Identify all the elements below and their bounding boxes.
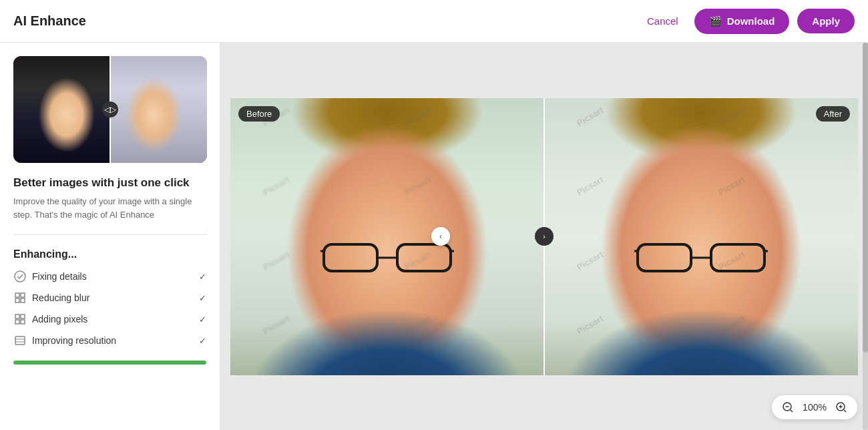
adding-pixels-check: ✓: [199, 314, 206, 325]
blur-overlay: [230, 98, 544, 375]
watermark: Picsart: [575, 105, 605, 128]
face-left-decoration: [13, 56, 110, 163]
enhance-item-left: Adding pixels: [13, 312, 87, 326]
zoom-out-icon: [782, 401, 794, 413]
sidebar-description: Improve the quality of your image with a…: [13, 195, 206, 221]
scrollbar[interactable]: [863, 43, 868, 430]
download-button[interactable]: 🎬 Download: [694, 9, 790, 34]
preview-right-after: [110, 56, 207, 163]
grid-icon: [13, 291, 27, 304]
enhance-item-fixing-details: Fixing details ✓: [13, 270, 206, 283]
preview-left-before: [13, 56, 110, 163]
face-right-decoration: [110, 56, 207, 163]
compare-image-container: Picsart Picsart Picsart Picsart Picsart …: [230, 98, 858, 375]
svg-rect-4: [21, 298, 25, 302]
before-label: Before: [238, 106, 280, 122]
download-icon: 🎬: [709, 15, 722, 27]
zoom-out-button[interactable]: [780, 399, 796, 415]
svg-rect-1: [15, 293, 19, 297]
enhancing-title: Enhancing...: [13, 248, 206, 260]
sidebar: ◁▷ Better images with just one click Imp…: [0, 43, 220, 430]
resolution-icon: [13, 334, 27, 347]
scrollbar-thumb[interactable]: [863, 43, 868, 353]
cancel-button[interactable]: Cancel: [639, 10, 686, 32]
app-title: AI Enhance: [13, 13, 86, 29]
reducing-blur-check: ✓: [199, 293, 206, 303]
canvas-area: ‹ Picsart Picsart Picsart Picsart Picsar…: [220, 43, 868, 430]
download-label: Download: [727, 15, 775, 27]
after-label: After: [816, 106, 850, 122]
svg-rect-5: [15, 314, 19, 318]
before-side: Picsart Picsart Picsart Picsart Picsart …: [230, 98, 544, 375]
header-actions: Cancel 🎬 Download Apply: [639, 9, 855, 34]
watermark-layer-after: Picsart Picsart Picsart Picsart Picsart …: [544, 98, 858, 375]
svg-rect-12: [324, 244, 377, 271]
watermark: Picsart: [716, 105, 746, 128]
svg-rect-7: [15, 320, 19, 324]
preview-thumbnail: ◁▷: [13, 56, 207, 163]
glasses-before: [320, 238, 454, 278]
svg-rect-9: [15, 337, 25, 345]
circle-check-icon: [13, 270, 27, 283]
apply-button[interactable]: Apply: [797, 9, 855, 33]
svg-rect-18: [711, 244, 765, 271]
pixels-icon: [13, 312, 27, 326]
glasses-after: [634, 238, 768, 278]
preview-split: ◁▷: [13, 56, 207, 163]
improving-resolution-check: ✓: [199, 336, 206, 346]
zoom-level-display: 100%: [801, 402, 828, 413]
sidebar-divider: [13, 234, 206, 235]
zoom-controls: 100%: [772, 395, 857, 419]
enhance-item-reducing-blur: Reducing blur ✓: [13, 291, 206, 304]
canvas-area-inner: ‹ Picsart Picsart Picsart Picsart Picsar…: [220, 43, 868, 430]
enhance-item-adding-pixels: Adding pixels ✓: [13, 312, 206, 326]
after-image: Picsart Picsart Picsart Picsart Picsart …: [544, 98, 858, 375]
enhance-item-left: Improving resolution: [13, 334, 116, 347]
watermark: Picsart: [575, 249, 605, 272]
watermark: Picsart: [575, 174, 605, 198]
zoom-in-icon: [835, 401, 847, 413]
watermark: Picsart: [716, 174, 746, 198]
reducing-blur-label: Reducing blur: [32, 292, 89, 303]
after-side: Picsart Picsart Picsart Picsart Picsart …: [544, 98, 858, 375]
svg-rect-2: [21, 293, 25, 297]
enhance-item-improving-resolution: Improving resolution ✓: [13, 334, 206, 347]
progress-bar-fill: [13, 361, 206, 365]
collapse-sidebar-button[interactable]: ‹: [431, 227, 450, 246]
adding-pixels-label: Adding pixels: [32, 314, 87, 325]
preview-split-handle[interactable]: ◁▷: [102, 101, 118, 118]
fixing-details-check: ✓: [199, 272, 206, 282]
progress-bar-container: [13, 361, 206, 365]
svg-rect-13: [397, 244, 451, 271]
main-layout: ◁▷ Better images with just one click Imp…: [0, 43, 868, 430]
svg-line-24: [791, 410, 793, 412]
enhance-item-left: Reducing blur: [13, 291, 89, 304]
header: AI Enhance Cancel 🎬 Download Apply: [0, 0, 868, 43]
svg-point-0: [15, 271, 25, 282]
watermark: Picsart: [575, 313, 605, 337]
improving-resolution-label: Improving resolution: [32, 335, 116, 346]
svg-rect-8: [21, 320, 25, 324]
svg-rect-3: [15, 298, 19, 302]
before-image: Picsart Picsart Picsart Picsart Picsart …: [230, 98, 544, 375]
fixing-details-label: Fixing details: [32, 271, 87, 282]
compare-handle[interactable]: ›: [535, 227, 554, 246]
zoom-in-button[interactable]: [833, 399, 849, 415]
svg-rect-17: [638, 244, 691, 271]
svg-line-28: [844, 410, 846, 412]
enhance-item-left: Fixing details: [13, 270, 87, 283]
sidebar-title: Better images with just one click: [13, 176, 206, 190]
svg-rect-6: [21, 314, 25, 318]
watermark: Picsart: [716, 313, 746, 337]
